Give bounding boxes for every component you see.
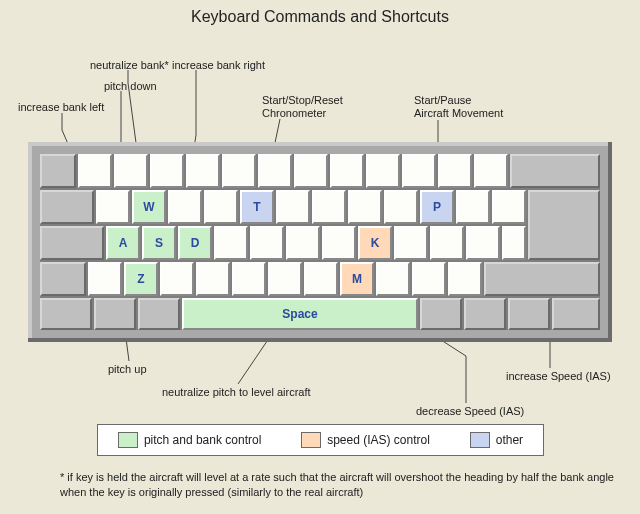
key-enter bbox=[528, 190, 600, 260]
key-u bbox=[312, 190, 346, 224]
key-blank bbox=[114, 154, 148, 188]
key-tab bbox=[40, 190, 94, 224]
key-a[interactable]: A bbox=[106, 226, 140, 260]
swatch-blue bbox=[470, 432, 490, 448]
key-blank bbox=[222, 154, 256, 188]
key-lctrl bbox=[40, 298, 92, 330]
key-menu bbox=[508, 298, 550, 330]
legend-item-speed: speed (IAS) control bbox=[301, 432, 430, 448]
key-blank bbox=[330, 154, 364, 188]
key-blank bbox=[78, 154, 112, 188]
key-w[interactable]: W bbox=[132, 190, 166, 224]
key-blank bbox=[456, 190, 490, 224]
key-capslock bbox=[40, 226, 104, 260]
legend: pitch and bank control speed (IAS) contr… bbox=[97, 424, 544, 456]
ann-aircraft-mov-l2: Aircraft Movement bbox=[414, 107, 503, 119]
ann-pitch-up: pitch up bbox=[108, 363, 147, 375]
ann-increase-bank-right: increase bank right bbox=[172, 59, 265, 71]
key-lwin bbox=[94, 298, 136, 330]
key-d[interactable]: D bbox=[178, 226, 212, 260]
key-blank bbox=[430, 226, 464, 260]
key-b bbox=[268, 262, 302, 296]
key-blank bbox=[474, 154, 508, 188]
key-f bbox=[214, 226, 248, 260]
key-v bbox=[232, 262, 266, 296]
key-blank bbox=[366, 154, 400, 188]
ann-neutralize-pitch: neutralize pitch to level aircraft bbox=[162, 386, 311, 398]
keyboard: W T P A S D K Z M bbox=[28, 142, 612, 342]
key-blank bbox=[402, 154, 436, 188]
key-space[interactable]: Space bbox=[182, 298, 418, 330]
key-rshift bbox=[484, 262, 600, 296]
key-h bbox=[286, 226, 320, 260]
key-blank bbox=[88, 262, 122, 296]
key-backspace bbox=[510, 154, 600, 188]
key-g bbox=[250, 226, 284, 260]
key-x bbox=[160, 262, 194, 296]
ann-chronometer-l1: Start/Stop/Reset bbox=[262, 94, 343, 106]
key-z[interactable]: Z bbox=[124, 262, 158, 296]
key-lshift bbox=[40, 262, 86, 296]
key-blank bbox=[412, 262, 446, 296]
key-n bbox=[304, 262, 338, 296]
swatch-peach bbox=[301, 432, 321, 448]
ann-neutralize-bank: neutralize bank* bbox=[90, 59, 169, 71]
key-p[interactable]: P bbox=[420, 190, 454, 224]
key-e bbox=[168, 190, 202, 224]
key-ralt bbox=[420, 298, 462, 330]
key-blank bbox=[466, 226, 500, 260]
key-t[interactable]: T bbox=[240, 190, 274, 224]
ann-increase-speed: increase Speed (IAS) bbox=[506, 370, 611, 382]
key-blank bbox=[438, 154, 472, 188]
keyboard-deck: W T P A S D K Z M bbox=[40, 154, 600, 330]
ann-pitch-down: pitch down bbox=[104, 80, 157, 92]
ann-decrease-speed: decrease Speed (IAS) bbox=[416, 405, 524, 417]
key-lalt bbox=[138, 298, 180, 330]
key-m[interactable]: M bbox=[340, 262, 374, 296]
key-o bbox=[384, 190, 418, 224]
key-blank bbox=[448, 262, 482, 296]
key-i bbox=[348, 190, 382, 224]
key-blank bbox=[186, 154, 220, 188]
key-rctrl bbox=[552, 298, 600, 330]
legend-label: pitch and bank control bbox=[144, 433, 261, 447]
key-l bbox=[394, 226, 428, 260]
footnote: * if key is held the aircraft will level… bbox=[60, 470, 620, 500]
key-blank bbox=[258, 154, 292, 188]
key-k[interactable]: K bbox=[358, 226, 392, 260]
legend-label: other bbox=[496, 433, 523, 447]
ann-chronometer-l2: Chronometer bbox=[262, 107, 326, 119]
key-blank bbox=[150, 154, 184, 188]
key-blank bbox=[492, 190, 526, 224]
legend-label: speed (IAS) control bbox=[327, 433, 430, 447]
key-blank bbox=[40, 154, 76, 188]
ann-increase-bank-left: increase bank left bbox=[18, 101, 104, 113]
key-blank bbox=[376, 262, 410, 296]
legend-item-other: other bbox=[470, 432, 523, 448]
key-s[interactable]: S bbox=[142, 226, 176, 260]
key-r bbox=[204, 190, 238, 224]
swatch-green bbox=[118, 432, 138, 448]
key-j bbox=[322, 226, 356, 260]
legend-item-pitch-bank: pitch and bank control bbox=[118, 432, 261, 448]
key-rwin bbox=[464, 298, 506, 330]
key-q bbox=[96, 190, 130, 224]
ann-aircraft-mov-l1: Start/Pause bbox=[414, 94, 471, 106]
key-y bbox=[276, 190, 310, 224]
key-c bbox=[196, 262, 230, 296]
key-blank bbox=[502, 226, 526, 260]
page-title: Keyboard Commands and Shortcuts bbox=[0, 0, 640, 26]
key-blank bbox=[294, 154, 328, 188]
